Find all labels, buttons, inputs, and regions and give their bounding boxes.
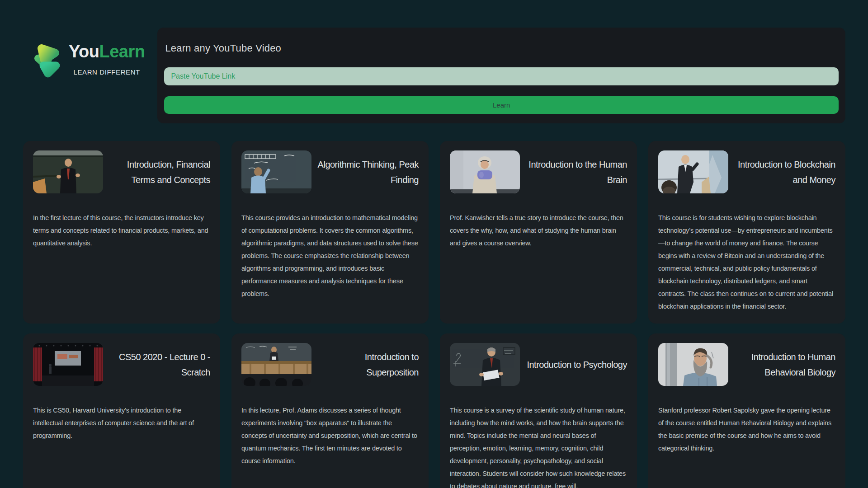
course-description: Prof. Kanwisher tells a true story to in…: [450, 211, 627, 249]
brand-tagline: LEARN DIFFERENT: [74, 68, 140, 76]
brand: YouLearn LEARN DIFFERENT: [34, 43, 145, 82]
course-title: Introduction to Psychology: [525, 357, 627, 372]
course-description: This course is a survey of the scientifi…: [450, 404, 627, 488]
youlearn-logo-icon: [34, 43, 63, 82]
thumbnail-psychology-lecture-image: [450, 343, 520, 386]
learn-panel: Learn any YouTube Video Learn: [157, 28, 845, 123]
course-title: Algorithmic Thinking, Peak Finding: [317, 157, 419, 188]
course-description: This is CS50, Harvard University's intro…: [33, 404, 210, 442]
learn-button[interactable]: Learn: [164, 96, 839, 114]
brand-name: YouLearn: [69, 43, 145, 60]
course-title: Introduction to Superposition: [317, 349, 419, 380]
course-description: Stanford professor Robert Sapolsky gave …: [658, 404, 835, 455]
course-card-cs50-scratch[interactable]: CS50 2020 - Lecture 0 - Scratch This is …: [23, 333, 220, 488]
course-description: In this lecture, Prof. Adams discusses a…: [241, 404, 419, 467]
course-description: In the first lecture of this course, the…: [33, 211, 210, 249]
course-description: This course is for students wishing to e…: [658, 211, 835, 313]
course-title: Introduction to Blockchain and Money: [734, 157, 835, 188]
thumbnail-cs50-stage-image: [33, 343, 103, 386]
course-title: Introduction to Human Behavioral Biology: [734, 349, 835, 380]
thumbnail-financial-lecture-image: [33, 150, 103, 193]
course-card-behavioral-biology[interactable]: Introduction to Human Behavioral Biology…: [648, 333, 845, 488]
course-title: Introduction, Financial Terms and Concep…: [108, 157, 210, 188]
thumbnail-sapolsky-lecture-image: [658, 343, 728, 386]
course-card-financial-terms[interactable]: Introduction, Financial Terms and Concep…: [23, 141, 220, 324]
thumbnail-superposition-lecture-image: [241, 343, 311, 386]
course-title: CS50 2020 - Lecture 0 - Scratch: [108, 349, 210, 380]
course-card-algorithmic-thinking[interactable]: Algorithmic Thinking, Peak Finding This …: [231, 141, 429, 324]
panel-title: Learn any YouTube Video: [165, 42, 839, 54]
course-card-psychology[interactable]: Introduction to Psychology This course i…: [440, 333, 637, 488]
course-title: Introduction to the Human Brain: [525, 157, 627, 188]
course-card-human-brain[interactable]: Introduction to the Human Brain Prof. Ka…: [440, 141, 637, 324]
top-bar: YouLearn LEARN DIFFERENT Learn any YouTu…: [0, 0, 868, 123]
course-card-superposition[interactable]: Introduction to Superposition In this le…: [231, 333, 429, 488]
thumbnail-blockchain-lecture-image: [658, 150, 728, 193]
course-grid: Introduction, Financial Terms and Concep…: [23, 141, 845, 488]
thumbnail-algorithms-lecture-image: [241, 150, 311, 193]
youtube-link-input[interactable]: [164, 67, 839, 85]
thumbnail-human-brain-lecture-image: [450, 150, 520, 193]
course-card-blockchain-money[interactable]: Introduction to Blockchain and Money Thi…: [648, 141, 845, 324]
course-description: This course provides an introduction to …: [241, 211, 419, 300]
